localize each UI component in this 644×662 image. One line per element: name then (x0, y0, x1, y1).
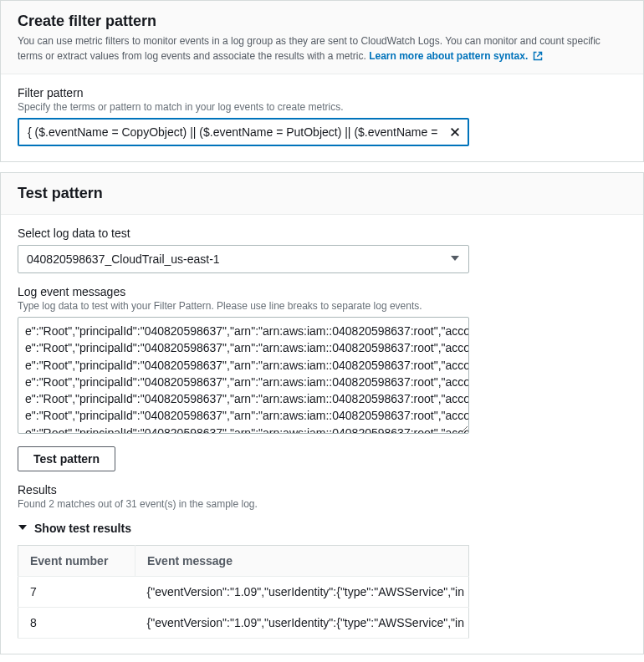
create-filter-pattern-description: You can use metric filters to monitor ev… (18, 33, 626, 65)
cell-event-message: {"eventVersion":"1.09","userIdentity":{"… (135, 608, 469, 639)
cell-event-number: 8 (18, 608, 135, 639)
log-messages-label: Log event messages (18, 285, 626, 298)
test-pattern-body: Select log data to test 040820598637_Clo… (1, 215, 643, 654)
show-test-results-toggle[interactable]: Show test results (18, 522, 626, 535)
results-summary: Found 2 matches out of 31 event(s) in th… (18, 498, 626, 510)
clear-input-button[interactable] (447, 125, 463, 140)
select-log-value: 040820598637_CloudTrail_us-east-1 (27, 252, 220, 266)
learn-more-text: Learn more about pattern syntax. (369, 50, 528, 62)
test-pattern-title: Test pattern (18, 185, 626, 202)
test-pattern-button[interactable]: Test pattern (18, 446, 115, 471)
column-event-message: Event message (135, 546, 469, 577)
filter-pattern-input-wrap (18, 118, 469, 146)
learn-more-link[interactable]: Learn more about pattern syntax. (369, 50, 542, 62)
test-pattern-panel: Test pattern Select log data to test 040… (0, 172, 644, 654)
column-event-number: Event number (18, 546, 135, 577)
results-label: Results (18, 483, 626, 496)
table-row: 8 {"eventVersion":"1.09","userIdentity":… (18, 608, 469, 639)
create-filter-pattern-title: Create filter pattern (18, 13, 626, 30)
caret-down-icon (450, 252, 460, 266)
results-table: Event number Event message 7 {"eventVers… (18, 545, 469, 639)
filter-pattern-input[interactable] (18, 118, 469, 146)
test-pattern-header: Test pattern (1, 173, 643, 215)
create-filter-pattern-body: Filter pattern Specify the terms or patt… (1, 74, 643, 161)
svg-marker-2 (451, 256, 459, 261)
close-icon (449, 126, 461, 138)
svg-marker-3 (18, 525, 27, 530)
filter-pattern-hint: Specify the terms or pattern to match in… (18, 101, 626, 113)
create-filter-pattern-header: Create filter pattern You can use metric… (1, 1, 643, 74)
caret-down-icon (18, 522, 28, 535)
show-test-results-label: Show test results (34, 522, 131, 535)
cell-event-message: {"eventVersion":"1.09","userIdentity":{"… (135, 577, 469, 608)
external-link-icon (533, 50, 543, 65)
table-header-row: Event number Event message (18, 546, 469, 577)
select-log-dropdown[interactable]: 040820598637_CloudTrail_us-east-1 (18, 245, 469, 273)
cell-event-number: 7 (18, 577, 135, 608)
create-filter-pattern-panel: Create filter pattern You can use metric… (0, 0, 644, 162)
log-messages-textarea[interactable] (18, 317, 469, 434)
log-messages-hint: Type log data to test with your Filter P… (18, 300, 626, 312)
select-log-label: Select log data to test (18, 227, 626, 240)
filter-pattern-label: Filter pattern (18, 86, 626, 99)
table-row: 7 {"eventVersion":"1.09","userIdentity":… (18, 577, 469, 608)
